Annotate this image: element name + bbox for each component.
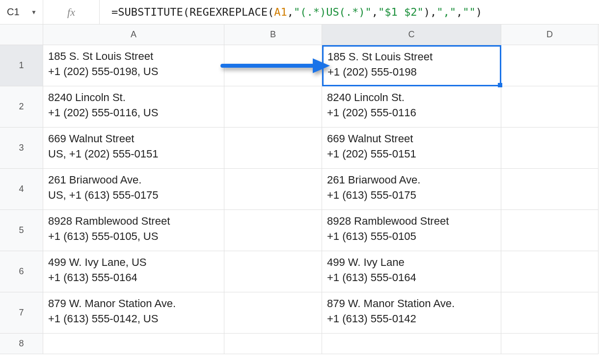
cell-D7[interactable] (501, 292, 599, 334)
formula-paren: ( (183, 6, 190, 18)
col-header-B[interactable]: B (224, 25, 322, 45)
cell-A4[interactable]: 261 Briarwood Ave. US, +1 (613) 555-0175 (43, 169, 224, 210)
arrow-icon (229, 49, 317, 82)
formula-paren: ( (268, 6, 274, 18)
cell-C7[interactable]: 879 W. Manor Station Ave. +1 (613) 555-0… (322, 292, 501, 334)
cell-C3[interactable]: 669 Walnut Street +1 (202) 555-0151 (322, 128, 501, 169)
formula-comma: , (287, 6, 294, 18)
formula-comma: , (456, 6, 463, 18)
cell-C8[interactable] (322, 334, 501, 354)
cell-D1[interactable] (501, 45, 599, 86)
cell-C2[interactable]: 8240 Lincoln St. +1 (202) 555-0116 (322, 86, 501, 128)
formula-paren: ) (424, 6, 430, 18)
row-header-8[interactable]: 8 (0, 334, 43, 354)
formula-paren: ) (476, 6, 482, 18)
row-header-3[interactable]: 3 (0, 128, 43, 169)
cell-B6[interactable] (224, 251, 322, 292)
cell-A1[interactable]: 185 S. St Louis Street +1 (202) 555-0198… (43, 45, 224, 86)
cell-B2[interactable] (224, 86, 322, 128)
cell-B5[interactable] (224, 210, 322, 251)
spreadsheet-grid: A B C D 1 185 S. St Louis Street +1 (202… (0, 25, 599, 354)
cell-value: 185 S. St Louis Street +1 (202) 555-0198 (327, 50, 433, 80)
cell-D5[interactable] (501, 210, 599, 251)
cell-A5[interactable]: 8928 Ramblewood Street +1 (613) 555-0105… (43, 210, 224, 251)
cell-B8[interactable] (224, 334, 322, 354)
cell-A8[interactable] (43, 334, 224, 354)
formula-bar: C1 ▼ fx =SUBSTITUTE(REGEXREPLACE(A1,"(.*… (0, 0, 599, 25)
cell-B1[interactable] (224, 45, 322, 86)
cell-D2[interactable] (501, 86, 599, 128)
cell-C6[interactable]: 499 W. Ivy Lane +1 (613) 555-0164 (322, 251, 501, 292)
row-header-4[interactable]: 4 (0, 169, 43, 210)
col-header-D[interactable]: D (501, 25, 599, 45)
row-header-1[interactable]: 1 (0, 45, 43, 86)
formula-comma: , (430, 6, 436, 18)
cell-A7[interactable]: 879 W. Manor Station Ave. +1 (613) 555-0… (43, 292, 224, 334)
select-all-corner[interactable] (0, 25, 43, 45)
formula-str: "(.*)US(.*)" (294, 6, 372, 18)
col-header-C[interactable]: C (322, 25, 501, 45)
cell-A3[interactable]: 669 Walnut Street US, +1 (202) 555-0151 (43, 128, 224, 169)
row-header-5[interactable]: 5 (0, 210, 43, 251)
row-header-2[interactable]: 2 (0, 86, 43, 128)
cell-A2[interactable]: 8240 Lincoln St. +1 (202) 555-0116, US (43, 86, 224, 128)
name-box[interactable]: C1 ▼ (0, 0, 43, 24)
cell-C4[interactable]: 261 Briarwood Ave. +1 (613) 555-0175 (322, 169, 501, 210)
cell-B3[interactable] (224, 128, 322, 169)
formula-input[interactable]: =SUBSTITUTE(REGEXREPLACE(A1,"(.*)US(.*)"… (100, 6, 599, 18)
cell-B7[interactable] (224, 292, 322, 334)
row-header-6[interactable]: 6 (0, 251, 43, 292)
selection-handle[interactable] (498, 83, 502, 87)
fx-icon[interactable]: fx (43, 0, 100, 24)
formula-str: "$1 $2" (378, 6, 424, 18)
cell-D4[interactable] (501, 169, 599, 210)
cell-B4[interactable] (224, 169, 322, 210)
chevron-down-icon[interactable]: ▼ (31, 9, 37, 16)
formula-str: "," (436, 6, 456, 18)
cell-C1[interactable]: 185 S. St Louis Street +1 (202) 555-0198 (322, 45, 501, 86)
cell-C5[interactable]: 8928 Ramblewood Street +1 (613) 555-0105 (322, 210, 501, 251)
formula-str: "" (463, 6, 476, 18)
cell-A6[interactable]: 499 W. Ivy Lane, US +1 (613) 555-0164 (43, 251, 224, 292)
formula-fn: =SUBSTITUTE (111, 6, 183, 18)
formula-comma: , (372, 6, 378, 18)
row-header-7[interactable]: 7 (0, 292, 43, 334)
cell-D6[interactable] (501, 251, 599, 292)
formula-ref: A1 (274, 6, 287, 18)
cell-D3[interactable] (501, 128, 599, 169)
formula-fn: REGEXREPLACE (190, 6, 268, 18)
name-box-value: C1 (7, 6, 20, 18)
cell-D8[interactable] (501, 334, 599, 354)
col-header-A[interactable]: A (43, 25, 224, 45)
